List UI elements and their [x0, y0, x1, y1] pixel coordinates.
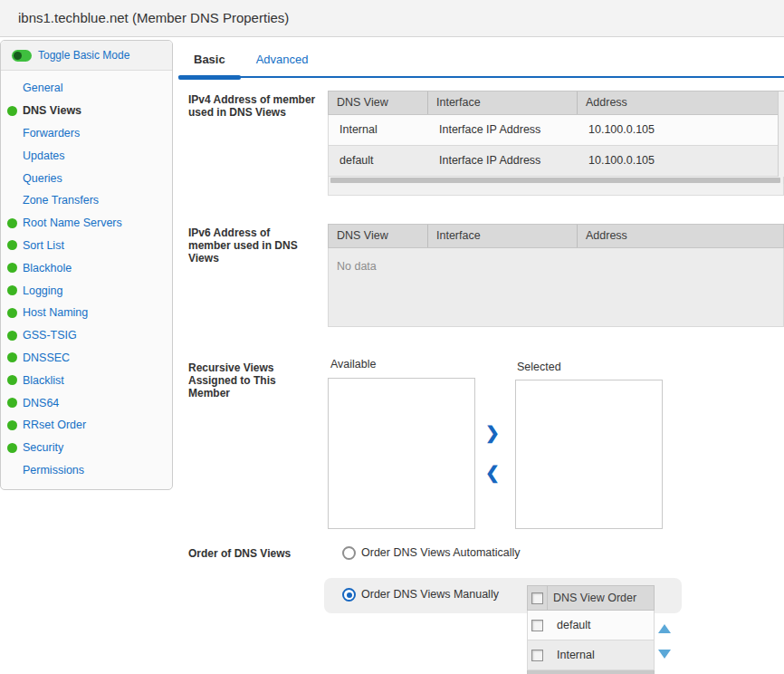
recursive-views-section-label: Recursive Views Assigned to This Member	[188, 361, 297, 400]
order-automatically-radio[interactable]	[342, 546, 356, 560]
table-row[interactable]: Internal	[527, 640, 655, 670]
sidebar-item-blacklist[interactable]: Blacklist	[1, 369, 172, 391]
status-dot-icon	[7, 106, 17, 116]
ipv6-table-header: DNS View Interface Address	[328, 224, 784, 248]
sidebar-item-dns-views[interactable]: DNS Views	[1, 100, 172, 122]
status-dot-icon	[7, 352, 17, 362]
toggle-switch-icon[interactable]	[12, 50, 32, 62]
dns-view-order-header-label: DNS View Order	[548, 592, 636, 604]
toggle-basic-mode[interactable]: Toggle Basic Mode	[1, 41, 172, 71]
column-header-address: Address	[578, 91, 783, 114]
column-header-dns-view: DNS View	[329, 91, 428, 114]
sidebar-item-host-naming[interactable]: Host Naming	[1, 302, 172, 324]
dns-view-order-table: DNS View Order default Internal	[527, 585, 655, 674]
sidebar-item-permissions[interactable]: Permissions	[1, 459, 172, 482]
ipv4-table-header: DNS View Interface Address	[328, 91, 784, 115]
tab-bar: Basic Advanced	[178, 45, 784, 78]
sidebar-item-sort-list[interactable]: Sort List	[1, 235, 172, 257]
status-dot-icon	[7, 308, 17, 318]
order-manually-label[interactable]: Order DNS Views Manually	[361, 588, 499, 602]
table-scroll-strip	[527, 670, 655, 674]
order-manually-radio[interactable]	[342, 588, 356, 602]
sidebar-item-gss-tsig[interactable]: GSS-TSIG	[1, 324, 172, 347]
column-header-address: Address	[578, 225, 783, 247]
sidebar-nav: General DNS Views Forwarders Updates Que…	[1, 71, 172, 481]
sidebar-item-queries[interactable]: Queries	[1, 167, 172, 189]
column-header-interface: Interface	[428, 91, 578, 114]
row-checkbox[interactable]	[531, 650, 543, 661]
order-section-label: Order of DNS Views	[188, 547, 326, 560]
ipv4-dns-views-table: DNS View Interface Address Internal Inte…	[328, 91, 784, 196]
status-dot-icon	[7, 331, 17, 341]
sidebar-item-zone-transfers[interactable]: Zone Transfers	[1, 189, 172, 212]
status-dot-icon	[7, 240, 17, 250]
sidebar-item-rrset-order[interactable]: RRset Order	[1, 414, 172, 437]
window-title: ibns1.techblue.net (Member DNS Propertie…	[18, 0, 289, 36]
horizontal-scrollbar[interactable]	[328, 177, 784, 184]
empty-table-message: No data	[328, 248, 784, 327]
active-tab-underline	[178, 75, 241, 80]
select-all-checkbox[interactable]	[531, 592, 543, 604]
scrollbar-thumb[interactable]	[330, 178, 780, 183]
sidebar-item-blackhole[interactable]: Blackhole	[1, 256, 172, 279]
table-row[interactable]: Internal Interface IP Address 10.100.0.1…	[328, 115, 784, 146]
available-views-listbox[interactable]	[328, 378, 475, 529]
move-right-icon[interactable]: ❯	[483, 424, 502, 442]
member-dns-properties-window: ibns1.techblue.net (Member DNS Propertie…	[0, 0, 784, 674]
column-header-interface: Interface	[428, 225, 578, 247]
sidebar-item-security[interactable]: Security	[1, 437, 172, 459]
toggle-basic-mode-label: Toggle Basic Mode	[38, 49, 129, 62]
selected-views-listbox[interactable]	[515, 380, 663, 529]
window-titlebar: ibns1.techblue.net (Member DNS Propertie…	[0, 0, 784, 37]
move-down-icon[interactable]	[658, 650, 671, 659]
ipv6-section-label: IPv6 Address of member used in DNS Views	[188, 226, 308, 265]
sidebar: Toggle Basic Mode General DNS Views Forw…	[0, 40, 173, 490]
move-up-icon[interactable]	[658, 624, 671, 633]
main-content: Basic Advanced IPv4 Address of member us…	[174, 40, 784, 674]
tab-basic[interactable]: Basic	[178, 45, 241, 76]
sidebar-item-general[interactable]: General	[1, 77, 172, 100]
sidebar-item-root-name-servers[interactable]: Root Name Servers	[1, 212, 172, 235]
status-dot-icon	[7, 218, 17, 228]
status-dot-icon	[7, 375, 17, 385]
sidebar-item-dnssec[interactable]: DNSSEC	[1, 347, 172, 370]
dns-view-order-header: DNS View Order	[527, 585, 655, 611]
ipv6-dns-views-table: DNS View Interface Address No data	[328, 224, 784, 327]
status-dot-icon	[7, 263, 17, 273]
status-dot-icon	[7, 398, 17, 408]
move-left-icon[interactable]: ❮	[483, 464, 502, 482]
toggle-knob-icon	[14, 52, 22, 60]
ipv4-section-label: IPv4 Address of member used in DNS Views	[188, 93, 326, 119]
sidebar-item-dns64[interactable]: DNS64	[1, 391, 172, 414]
table-footer	[328, 184, 784, 196]
order-automatically-label[interactable]: Order DNS Views Automatically	[361, 546, 521, 560]
status-dot-icon	[7, 443, 17, 453]
status-dot-icon	[7, 285, 17, 295]
column-header-dns-view: DNS View	[329, 225, 428, 247]
row-checkbox[interactable]	[531, 620, 543, 631]
status-dot-icon	[7, 420, 17, 430]
vertical-scrollbar[interactable]	[778, 91, 784, 177]
table-row[interactable]: default	[527, 611, 655, 640]
selected-label: Selected	[517, 361, 561, 373]
table-row[interactable]: default Interface IP Address 10.100.0.10…	[328, 146, 784, 177]
tab-advanced[interactable]: Advanced	[241, 45, 324, 76]
available-label: Available	[330, 358, 377, 371]
sidebar-item-updates[interactable]: Updates	[1, 144, 172, 167]
sidebar-item-forwarders[interactable]: Forwarders	[1, 122, 172, 145]
sidebar-item-logging[interactable]: Logging	[1, 279, 172, 302]
